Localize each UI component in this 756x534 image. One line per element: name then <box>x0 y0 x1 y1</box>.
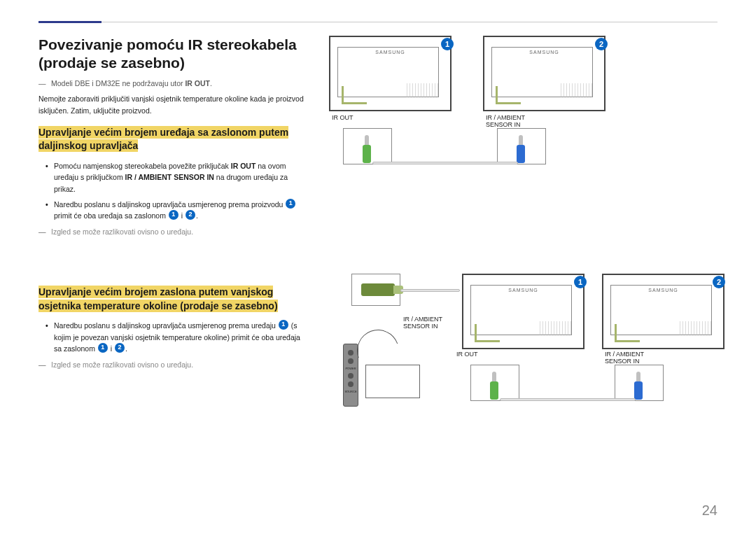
b2-mid: primit će oba uređaja sa zaslonom <box>54 211 168 220</box>
monitor-1-bracket-icon <box>342 86 367 104</box>
d2-badge-2: 2 <box>713 276 725 288</box>
bullet-list-2: Naredbu poslanu s daljinskog upravljača … <box>38 320 308 354</box>
section-title: Povezivanje pomoću IR stereokabela (prod… <box>38 36 308 73</box>
subheading-2: Upravljanje većim brojem zaslona putem v… <box>38 286 278 312</box>
d2-monitor-1-vents-icon <box>540 321 572 335</box>
subheading-1: Upravljanje većim brojem uređaja sa zasl… <box>38 126 288 153</box>
remote-btn-2 <box>348 358 354 364</box>
diagram1-badge-1: 1 <box>441 38 454 50</box>
right-column: SAMSUNG 1 SAMSUNG 2 IR OUT IR / AMBIENT … <box>322 36 718 449</box>
bullet-c1: Naredbu poslanu s daljinskog upravljača … <box>38 320 308 354</box>
d2-monitor-1-brand: SAMSUNG <box>508 288 538 293</box>
b1-ambient: IR / AMBIENT SENSOR IN <box>125 173 214 181</box>
d2-cable-icon <box>500 398 636 401</box>
d2-jack-green-icon <box>489 372 500 400</box>
d2-label-ir-ambient: IR / AMBIENT SENSOR IN <box>605 351 661 365</box>
cable-sensor-h-icon <box>400 289 460 292</box>
jack-blue-1-icon <box>515 135 526 163</box>
badge-c1-1-icon: 1 <box>279 320 288 330</box>
b2-and: i <box>179 211 185 220</box>
page-number: 24 <box>702 503 718 519</box>
badge-c1-2-icon: 2 <box>115 343 125 353</box>
monitor-1: SAMSUNG <box>329 36 451 111</box>
c1-tail: . <box>125 344 127 353</box>
page: Povezivanje pomoću IR stereokabela (prod… <box>0 0 756 466</box>
d2-monitor-2-brand: SAMSUNG <box>648 288 678 293</box>
b2-tail: . <box>196 211 198 220</box>
c1-and: i <box>108 344 114 353</box>
diagram1-badge-2: 2 <box>595 38 608 50</box>
monitor-2-bracket-icon <box>496 86 521 104</box>
monitor-1-brand: SAMSUNG <box>375 50 405 55</box>
remote-control-icon: POWER SOURCE <box>343 344 358 407</box>
d2-monitor-1: SAMSUNG <box>462 274 584 349</box>
badge-1b-icon: 1 <box>169 210 178 220</box>
diagram-2: IR / AMBIENT SENSOR IN POWER SOURCE <box>322 274 718 449</box>
monitor-1-vents-icon <box>407 83 439 97</box>
header-thin-bar <box>102 22 718 22</box>
model-note: Modeli DBE i DM32E ne podržavaju utor IR… <box>38 78 308 90</box>
monitor-2: SAMSUNG <box>483 36 606 111</box>
look-note-2: Izgled se može razlikovati ovisno o uređ… <box>38 360 308 371</box>
monitor-2-brand: SAMSUNG <box>529 50 559 55</box>
model-note-text: Modeli DBE i DM32E ne podržavaju utor <box>51 79 185 87</box>
remote-label-source: SOURCE <box>344 390 356 393</box>
label-ir-out-1: IR OUT <box>332 114 354 121</box>
d2-jack-blue-icon <box>633 372 644 400</box>
bullet-list-1: Pomoću namjenskog stereokabela povežite … <box>38 160 308 221</box>
b1-irout: IR OUT <box>231 162 256 170</box>
d2-badge-1: 1 <box>574 276 587 288</box>
cable-1-icon <box>372 162 518 164</box>
look-note-1: Izgled se može razlikovati ovisno o uređ… <box>38 227 308 238</box>
badge-1-icon: 1 <box>286 199 295 209</box>
header-thick-bar <box>38 21 102 23</box>
c1-pre: Naredbu poslanu s daljinskog upravljača … <box>54 321 278 330</box>
remote-btn-1 <box>348 350 354 356</box>
content-columns: Povezivanje pomoću IR stereokabela (prod… <box>38 36 718 449</box>
external-sensor-icon <box>361 283 395 296</box>
label-ir-ambient-1: IR / AMBIENT SENSOR IN <box>486 114 542 128</box>
bullet-1: Pomoću namjenskog stereokabela povežite … <box>38 160 308 195</box>
subheading-1-wrap: Upravljanje većim brojem uređaja sa zasl… <box>38 126 308 153</box>
d2-monitor-1-bracket-icon <box>475 324 500 342</box>
subheading-2-wrap: Upravljanje većim brojem zaslona putem v… <box>38 286 308 313</box>
d2-label-ir-out: IR OUT <box>456 351 478 358</box>
b1-pre: Pomoću namjenskog stereokabela povežite … <box>54 162 231 170</box>
jack-green-1-icon <box>361 135 372 163</box>
diagram-1: SAMSUNG 1 SAMSUNG 2 IR OUT IR / AMBIENT … <box>322 36 718 218</box>
d2-monitor-2-bracket-icon <box>615 324 640 342</box>
bullet-2: Naredbu poslanu s daljinskog upravljača … <box>38 199 308 222</box>
d2-monitor-2-vents-icon <box>680 321 712 335</box>
label-ir-ambient-sensor: IR / AMBIENT SENSOR IN <box>403 316 459 330</box>
remote-btn-3 <box>348 373 354 379</box>
d2-monitor-2: SAMSUNG <box>602 274 724 349</box>
intro-paragraph: Nemojte zaboraviti priključiti vanjski o… <box>38 93 308 116</box>
remote-label-power: POWER <box>345 367 356 370</box>
model-note-tail: . <box>210 79 212 87</box>
left-column: Povezivanje pomoću IR stereokabela (prod… <box>38 36 322 449</box>
b2-pre: Naredbu poslanu s daljinskog upravljača … <box>54 200 285 209</box>
model-note-bold: IR OUT <box>185 79 210 87</box>
badge-c1-1b-icon: 1 <box>98 343 108 353</box>
spacer <box>38 242 308 276</box>
monitor-2-vents-icon <box>561 83 593 97</box>
header-rule <box>38 21 718 23</box>
badge-2-icon: 2 <box>186 210 195 220</box>
remote-btn-4 <box>348 381 354 387</box>
